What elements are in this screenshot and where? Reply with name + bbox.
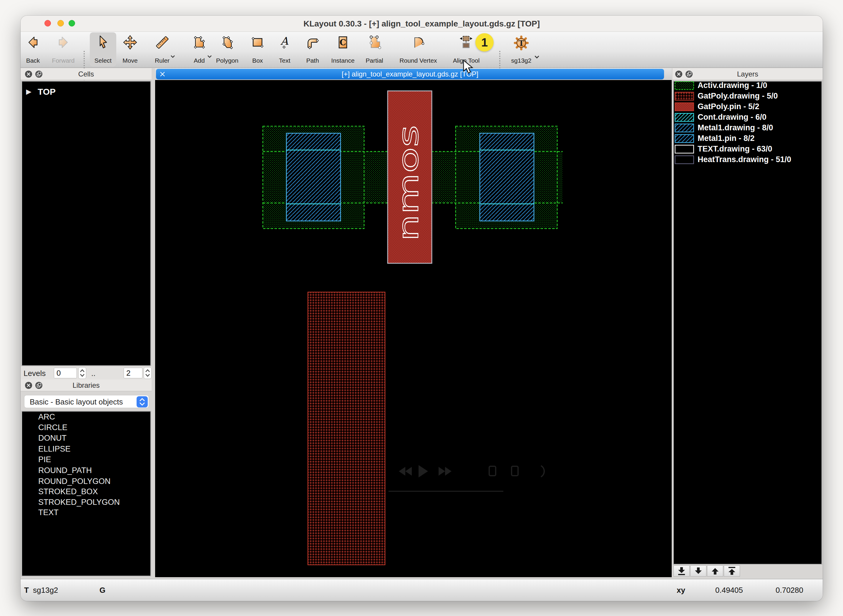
cell-tree-item-top[interactable]: ▶TOP — [26, 87, 56, 97]
library-select[interactable]: Basic - Basic layout objects — [24, 395, 149, 408]
layer-name: HeatTrans.drawing - 51/0 — [698, 155, 791, 164]
toolbar-label-box: Box — [247, 57, 268, 64]
toolbar-label-sg13g2: sg13g2 — [505, 57, 538, 64]
toolbar-button-box[interactable]: Box — [247, 32, 268, 66]
round-vertex-icon — [411, 35, 426, 50]
layer-swatch-red-cross[interactable] — [675, 92, 694, 101]
layer-name: Activ.drawing - 1/0 — [698, 81, 767, 90]
box-icon — [250, 35, 265, 50]
toolbar-button-sg13g2[interactable]: T sg13g2 — [505, 32, 538, 66]
path-tool-icon — [305, 35, 320, 50]
toolbar-label-move: Move — [118, 57, 142, 64]
levels-row: Levels .. — [21, 366, 151, 380]
partial-tool-icon — [367, 35, 382, 50]
layer-move-down-button[interactable] — [690, 565, 706, 576]
svg-text:A: A — [280, 35, 288, 47]
library-select-value: Basic - Basic layout objects — [30, 395, 123, 408]
svg-text:T: T — [518, 39, 524, 48]
status-coord-x: 0.49405 — [715, 586, 743, 595]
select-cursor-icon — [95, 35, 111, 50]
library-item-stroked-box[interactable]: STROKED_BOX — [38, 487, 98, 496]
levels-separator: .. — [91, 369, 95, 378]
library-item-stroked-polygon[interactable]: STROKED_POLYGON — [38, 498, 120, 507]
gatpoly-drawing-region — [308, 292, 385, 565]
library-item-donut[interactable]: DONUT — [38, 434, 66, 443]
library-object-list[interactable]: ARC CIRCLE DONUT ELLIPSE PIE ROUND_PATH … — [22, 411, 151, 576]
combo-stepper-icon[interactable] — [137, 396, 148, 408]
title-bar: KLayout 0.30.3 - [+] align_tool_example_… — [21, 16, 823, 32]
toolbar-button-back[interactable]: Back — [21, 32, 45, 66]
layer-move-up-button[interactable] — [707, 565, 723, 576]
text-tool-icon: A — [277, 35, 292, 50]
toolbar-label-round-vertex: Round Vertex — [395, 57, 442, 64]
layer-swatch-blue-hatch[interactable] — [675, 123, 694, 132]
levels-from-input[interactable] — [54, 368, 77, 378]
toolbar-button-round-vertex[interactable]: Round Vertex — [395, 32, 442, 66]
layer-swatch-white-outline[interactable] — [675, 145, 694, 154]
cells-panel-header: Cells — [21, 68, 151, 80]
align-tool-icon — [458, 35, 474, 50]
toolbar-button-move[interactable]: Move — [118, 32, 142, 66]
metal1-left-region — [286, 133, 341, 221]
toolbar-button-forward[interactable]: Forward — [50, 32, 76, 66]
cells-panel-title: Cells — [21, 68, 151, 80]
status-mode: T — [24, 586, 29, 595]
toolbar: Back Forward Select Move — [21, 32, 823, 67]
layer-swatch-cyan-hatch[interactable] — [675, 113, 694, 122]
layout-canvas[interactable]: nmos — [155, 80, 672, 577]
cell-name: TOP — [38, 87, 56, 97]
toolbar-button-polygon[interactable]: Polygon — [213, 32, 242, 66]
toolbar-button-add[interactable]: Add — [188, 32, 211, 66]
toolbar-button-select[interactable]: Select — [90, 32, 116, 66]
document-tab[interactable]: [+] align_tool_example_layout.gds.gz [TO… — [156, 69, 664, 79]
layer-swatch-green-stipple[interactable] — [675, 81, 694, 90]
toolbar-button-ruler[interactable]: Ruler — [149, 32, 175, 66]
library-item-round-path[interactable]: ROUND_PATH — [38, 466, 92, 475]
toolbar-label-select: Select — [90, 57, 116, 64]
toolbar-label-text: Text — [274, 57, 295, 64]
layer-move-to-top-button[interactable] — [724, 565, 740, 576]
polygon-icon — [220, 35, 235, 50]
toolbar-button-instance[interactable]: C Instance — [327, 32, 359, 66]
toolbar-button-text[interactable]: A Text — [274, 32, 295, 66]
ghost-player-controls — [389, 465, 544, 491]
layer-name: GatPoly.pin - 5/2 — [698, 102, 759, 111]
libraries-panel-title: Libraries — [21, 380, 151, 391]
layer-swatch-red-dense[interactable] — [675, 103, 694, 111]
library-item-round-polygon[interactable]: ROUND_POLYGON — [38, 477, 111, 486]
levels-to-input[interactable] — [123, 368, 142, 378]
toolbar-label-forward: Forward — [50, 57, 76, 64]
mouse-cursor-icon — [462, 60, 474, 75]
status-coord-label: xy — [677, 586, 685, 595]
layer-name: TEXT.drawing - 63/0 — [698, 144, 773, 154]
layer-swatch-purple-outline[interactable] — [675, 155, 694, 164]
levels-from-stepper[interactable] — [78, 367, 86, 379]
cells-tree[interactable]: ▶TOP — [22, 81, 151, 366]
layer-list[interactable] — [673, 81, 822, 564]
layer-name: Metal1.drawing - 8/0 — [698, 123, 773, 132]
status-bar: T sg13g2 G xy 0.49405 0.70280 — [21, 579, 823, 601]
layers-panel-title: Layers — [673, 68, 823, 80]
library-item-circle[interactable]: CIRCLE — [38, 423, 68, 432]
toolbar-button-partial[interactable]: Partial — [361, 32, 388, 66]
library-item-arc[interactable]: ARC — [38, 412, 55, 422]
move-arrows-icon — [122, 35, 138, 50]
layer-name: Metal1.pin - 8/2 — [698, 134, 755, 143]
library-item-text[interactable]: TEXT — [38, 508, 59, 517]
toolbar-label-ruler: Ruler — [149, 57, 175, 64]
toolbar-label-polygon: Polygon — [213, 57, 242, 64]
layer-swatch-blue-hatch[interactable] — [675, 134, 694, 143]
layer-move-to-bottom-button[interactable] — [673, 565, 690, 576]
toolbar-button-path[interactable]: Path — [302, 32, 323, 66]
levels-to-stepper[interactable] — [144, 367, 151, 379]
library-item-ellipse[interactable]: ELLIPSE — [38, 444, 70, 454]
toolbar-label-add: Add — [188, 57, 211, 64]
add-shape-icon — [192, 35, 207, 50]
expand-triangle-icon[interactable]: ▶ — [26, 88, 31, 95]
back-arrow-icon — [25, 35, 41, 50]
library-item-pie[interactable]: PIE — [38, 455, 51, 464]
levels-label: Levels — [23, 369, 46, 378]
layer-name: Cont.drawing - 6/0 — [698, 113, 767, 122]
technology-gear-icon: T — [513, 35, 530, 51]
instance-icon: C — [335, 35, 351, 50]
